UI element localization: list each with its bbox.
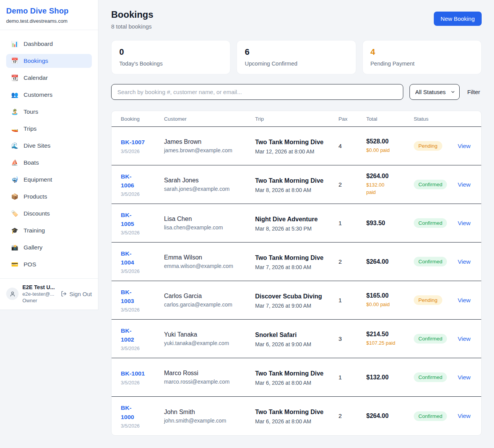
sidebar-item-label: Calendar <box>24 74 48 81</box>
sidebar-item-training[interactable]: 🎓Training <box>6 224 92 237</box>
page-header-text: Bookings 8 total bookings <box>111 9 153 30</box>
sidebar-item-label: Dashboard <box>24 40 53 47</box>
booking-id-link[interactable]: BK-1007 <box>121 138 145 147</box>
stat-card-upcoming-confirmed: 6 Upcoming Confirmed <box>237 40 356 74</box>
status-cell: Confirmed <box>414 257 458 266</box>
booking-id-link[interactable]: BK-1006 <box>121 172 143 190</box>
sidebar-item-pos[interactable]: 💳POS <box>6 258 92 271</box>
pax-cell: 4 <box>338 143 366 150</box>
pax-cell: 3 <box>338 335 366 342</box>
wave-icon: 🌊 <box>11 142 19 149</box>
avatar <box>6 288 19 300</box>
stat-value: 6 <box>245 47 348 57</box>
customer-cell: Lisa Chen lisa.chen@example.com <box>164 216 255 231</box>
credit-card-icon: 💳 <box>11 261 19 268</box>
filter-button[interactable]: Filter <box>466 89 482 95</box>
sidebar-item-dashboard[interactable]: 📊Dashboard <box>6 37 92 51</box>
booking-id-link[interactable]: BK-1002 <box>121 326 143 344</box>
sidebar-item-label: Training <box>24 227 45 234</box>
booking-id-link[interactable]: BK-1003 <box>121 288 143 306</box>
status-cell: Pending <box>414 295 458 305</box>
sidebar-item-label: Customers <box>24 91 52 98</box>
customer-cell: Emma Wilson emma.wilson@example.com <box>164 254 255 269</box>
booking-date: 3/5/2026 <box>121 192 164 197</box>
sidebar-item-label: Equipment <box>24 176 52 183</box>
search-input[interactable] <box>111 84 403 100</box>
user-email: e2e-tester@... <box>22 291 57 297</box>
person-icon <box>9 291 16 297</box>
pax-value: 3 <box>338 335 342 342</box>
status-select-wrap: All Statuses <box>409 84 460 100</box>
sidebar-item-tours[interactable]: 🏝️Tours <box>6 105 92 119</box>
customer-cell: Yuki Tanaka yuki.tanaka@example.com <box>164 331 255 346</box>
booking-cell: BK-1004 3/5/2026 <box>121 249 164 275</box>
sidebar-item-dive-sites[interactable]: 🌊Dive Sites <box>6 139 92 153</box>
booking-cell: BK-1007 3/5/2026 <box>121 138 164 154</box>
column-header-total: Total <box>366 116 414 122</box>
view-link[interactable]: View <box>458 220 470 226</box>
trip-datetime: Mar 6, 2026 at 8:00 AM <box>255 418 338 424</box>
trip-datetime: Mar 7, 2026 at 9:00 AM <box>255 303 338 309</box>
pax-value: 2 <box>338 181 342 188</box>
trip-cell: Two Tank Morning Dive Mar 6, 2026 at 8:0… <box>255 369 338 386</box>
filter-row: All Statuses Filter <box>111 84 482 100</box>
sidebar-item-boats[interactable]: ⛵Boats <box>6 156 92 170</box>
sidebar-item-customers[interactable]: 👥Customers <box>6 88 92 102</box>
customer-email: james.brown@example.com <box>164 147 255 153</box>
booking-id-link[interactable]: BK-1004 <box>121 249 143 267</box>
trip-datetime: Mar 8, 2026 at 8:00 AM <box>255 187 338 193</box>
booking-id-link[interactable]: BK-1005 <box>121 211 143 229</box>
sidebar-item-calendar[interactable]: 📆Calendar <box>6 71 92 85</box>
pax-cell: 2 <box>338 258 366 265</box>
sidebar-item-trips[interactable]: 🚤Trips <box>6 122 92 136</box>
user-role: Owner <box>22 298 57 303</box>
sidebar-item-gallery[interactable]: 📸Gallery <box>6 241 92 254</box>
pax-cell: 2 <box>338 181 366 188</box>
table-row: BK-1000 3/5/2026 John Smith john.smith@e… <box>112 397 481 435</box>
paid-amount: $0.00 paid <box>366 301 390 308</box>
customer-name: James Brown <box>164 138 255 145</box>
sidebar-item-equipment[interactable]: 🤿Equipment <box>6 173 92 187</box>
status-select[interactable]: All Statuses <box>409 84 460 100</box>
booking-date: 3/5/2026 <box>121 423 164 429</box>
view-link[interactable]: View <box>458 297 470 303</box>
pax-cell: 1 <box>338 220 366 227</box>
booking-id-link[interactable]: BK-1000 <box>121 403 143 421</box>
trip-datetime: Mar 8, 2026 at 5:30 PM <box>255 226 338 232</box>
page-title: Bookings <box>111 9 153 20</box>
stat-value: 4 <box>370 47 474 57</box>
new-booking-button[interactable]: New Booking <box>434 12 482 26</box>
view-link[interactable]: View <box>458 374 470 381</box>
view-cell: View <box>458 413 472 419</box>
status-badge: Confirmed <box>414 257 447 266</box>
sidebar-footer: E2E Test U... e2e-tester@... Owner Sign … <box>0 278 98 310</box>
status-cell: Pending <box>414 141 458 151</box>
view-cell: View <box>458 143 472 150</box>
view-cell: View <box>458 297 472 304</box>
trip-cell: Two Tank Morning Dive Mar 6, 2026 at 8:0… <box>255 408 338 424</box>
shop-domain: demo.test.divestreams.com <box>6 18 92 24</box>
pax-cell: 1 <box>338 374 366 381</box>
total-cell: $165.00 $0.00 paid <box>366 292 414 308</box>
bookings-table-body: BK-1007 3/5/2026 James Brown james.brown… <box>112 127 481 435</box>
page-header: Bookings 8 total bookings New Booking <box>111 9 482 30</box>
booking-id-link[interactable]: BK-1001 <box>121 369 145 378</box>
shop-title[interactable]: Demo Dive Shop <box>6 7 92 15</box>
package-icon: 📦 <box>11 193 19 200</box>
view-link[interactable]: View <box>458 181 470 188</box>
sidebar-item-bookings[interactable]: 📅Bookings <box>6 54 92 68</box>
view-link[interactable]: View <box>458 335 470 342</box>
island-icon: 🏝️ <box>11 108 19 115</box>
trip-datetime: Mar 6, 2026 at 8:00 AM <box>255 380 338 386</box>
sidebar-item-discounts[interactable]: 🏷️Discounts <box>6 207 92 221</box>
graduation-cap-icon: 🎓 <box>11 227 19 234</box>
booking-cell: BK-1006 3/5/2026 <box>121 172 164 197</box>
sign-out-button[interactable]: Sign Out <box>61 291 92 297</box>
view-link[interactable]: View <box>458 413 470 419</box>
sidebar-item-products[interactable]: 📦Products <box>6 190 92 204</box>
view-link[interactable]: View <box>458 258 470 265</box>
sidebar-item-label: Gallery <box>24 244 42 251</box>
trip-cell: Two Tank Morning Dive Mar 7, 2026 at 8:0… <box>255 253 338 270</box>
pax-value: 1 <box>338 297 342 303</box>
view-link[interactable]: View <box>458 143 470 149</box>
